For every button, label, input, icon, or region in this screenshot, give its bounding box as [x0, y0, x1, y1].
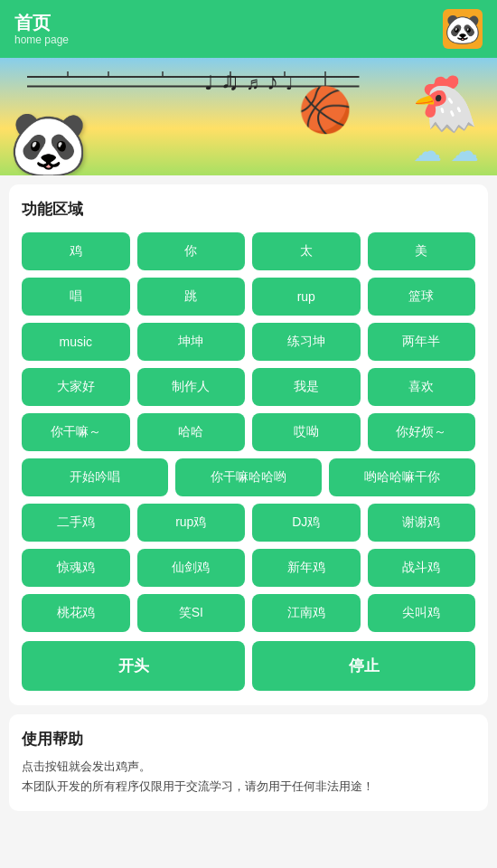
btn-lanqiu[interactable]: 篮球 — [368, 278, 476, 316]
btn-niganna[interactable]: 你干嘛～ — [22, 413, 130, 451]
btn-rupji[interactable]: rup鸡 — [137, 504, 246, 542]
btn-yohaha[interactable]: 哟哈哈嘛干你 — [329, 458, 475, 496]
start-button[interactable]: 开头 — [22, 641, 245, 691]
btn-ni[interactable]: 你 — [137, 232, 246, 270]
btn-rup[interactable]: rup — [252, 278, 361, 316]
function-area: 功能区域 鸡 你 太 美 唱 跳 rup 篮球 music 坤坤 练习坤 两年半… — [9, 184, 488, 705]
panda-icon: 🐼 — [445, 14, 481, 43]
btn-xiexieji[interactable]: 谢谢鸡 — [368, 504, 476, 542]
btn-row-8: 惊魂鸡 仙剑鸡 新年鸡 战斗鸡 — [22, 549, 475, 587]
btn-xiaosi[interactable]: 笑SI — [137, 594, 246, 632]
btn-xianjian[interactable]: 仙剑鸡 — [137, 549, 246, 587]
stop-button[interactable]: 停止 — [252, 641, 475, 691]
banner-notes-icon: ♩ ♫ ♬ ♪ ♩ — [204, 67, 293, 96]
btn-tiao[interactable]: 跳 — [137, 278, 246, 316]
help-text-1: 点击按钮就会发出鸡声。 — [22, 757, 475, 777]
action-row: 开头 停止 — [22, 641, 475, 691]
help-text-2: 本团队开发的所有程序仅限用于交流学习，请勿用于任何非法用途！ — [22, 777, 475, 797]
btn-lianxi[interactable]: 练习坤 — [252, 323, 361, 361]
banner: 🐼 ♩ ♫ ♬ ♪ ♩ 🏀 🐔 ☁ ☁ — [0, 58, 497, 175]
btn-nihaofa[interactable]: 你好烦～ — [368, 413, 476, 451]
avatar: 🐼 — [443, 9, 483, 49]
header-title-block: 首页 home page — [14, 12, 69, 46]
btn-row-4: 大家好 制作人 我是 喜欢 — [22, 368, 475, 406]
btn-djji[interactable]: DJ鸡 — [252, 504, 361, 542]
btn-row-7: 二手鸡 rup鸡 DJ鸡 谢谢鸡 — [22, 504, 475, 542]
btn-aiyou[interactable]: 哎呦 — [252, 413, 361, 451]
btn-row-6: 开始吟唱 你干嘛哈哈哟 哟哈哈嘛干你 — [22, 458, 475, 496]
page-title: 首页 — [14, 12, 69, 33]
banner-panda-icon: 🐼 — [9, 112, 88, 175]
btn-liangnianbaan[interactable]: 两年半 — [368, 323, 476, 361]
btn-xinnian[interactable]: 新年鸡 — [252, 549, 361, 587]
btn-music[interactable]: music — [22, 323, 130, 361]
btn-zhandou[interactable]: 战斗鸡 — [368, 549, 476, 587]
btn-jiangnan[interactable]: 江南鸡 — [252, 594, 361, 632]
btn-taohua[interactable]: 桃花鸡 — [22, 594, 130, 632]
btn-row-5: 你干嘛～ 哈哈 哎呦 你好烦～ — [22, 413, 475, 451]
btn-xihuan[interactable]: 喜欢 — [368, 368, 476, 406]
header: 首页 home page 🐼 — [0, 0, 497, 58]
page-subtitle: home page — [14, 33, 69, 46]
banner-clouds-icon: ☁ ☁ — [413, 134, 479, 168]
btn-jinghun[interactable]: 惊魂鸡 — [22, 549, 130, 587]
btn-mei[interactable]: 美 — [368, 232, 476, 270]
btn-chang[interactable]: 唱 — [22, 278, 130, 316]
btn-tai[interactable]: 太 — [252, 232, 361, 270]
btn-row-1: 鸡 你 太 美 — [22, 232, 475, 270]
btn-jianjiao[interactable]: 尖叫鸡 — [368, 594, 476, 632]
btn-row-9: 桃花鸡 笑SI 江南鸡 尖叫鸡 — [22, 594, 475, 632]
btn-zhizuoren[interactable]: 制作人 — [137, 368, 246, 406]
btn-niganna2[interactable]: 你干嘛哈哈哟 — [175, 458, 322, 496]
function-area-title: 功能区域 — [22, 199, 475, 220]
help-section: 使用帮助 点击按钮就会发出鸡声。 本团队开发的所有程序仅限用于交流学习，请勿用于… — [9, 714, 488, 811]
btn-kaishi[interactable]: 开始吟唱 — [22, 458, 168, 496]
btn-woshi[interactable]: 我是 — [252, 368, 361, 406]
btn-ji[interactable]: 鸡 — [22, 232, 130, 270]
btn-haha[interactable]: 哈哈 — [137, 413, 246, 451]
btn-row-2: 唱 跳 rup 篮球 — [22, 278, 475, 316]
btn-row-3: music 坤坤 练习坤 两年半 — [22, 323, 475, 361]
banner-basketball-icon: 🏀 — [298, 85, 352, 136]
btn-kunkun[interactable]: 坤坤 — [137, 323, 246, 361]
help-title: 使用帮助 — [22, 729, 475, 750]
btn-ershouji[interactable]: 二手鸡 — [22, 504, 130, 542]
banner-chicken-icon: 🐔 — [411, 71, 479, 136]
btn-dajia[interactable]: 大家好 — [22, 368, 130, 406]
